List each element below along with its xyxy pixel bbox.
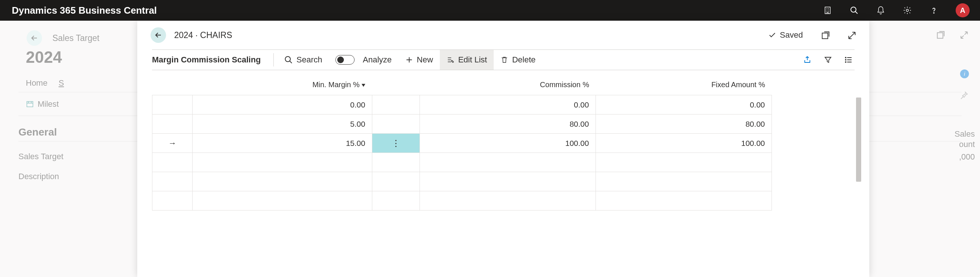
dialog-toolbar: Margin Commission Scaling Search Analyze… [152,50,854,70]
cell-fixed-amount[interactable]: 100.00 [596,134,772,153]
new-button[interactable]: New [398,50,440,70]
delete-label: Delete [512,55,536,65]
search-icon[interactable] [850,6,859,15]
col-fixed-amount[interactable]: Fixed Amount % [596,80,772,95]
dialog-margin-commission-scaling: 2024 · CHAIRS Saved Margin Commission Sc… [137,21,869,277]
table-row-empty[interactable] [153,153,772,172]
back-button-dialog[interactable] [151,27,166,43]
svg-point-2 [906,9,908,11]
popout-icon[interactable] [821,30,829,40]
edit-list-icon [447,56,455,64]
separator [274,53,274,66]
cell-min-margin[interactable]: 5.00 [192,114,372,134]
svg-point-9 [845,59,846,60]
new-label: New [417,55,433,65]
analyze-toggle[interactable]: Analyze [329,50,398,70]
svg-point-10 [845,62,846,62]
toolbar-title: Margin Commission Scaling [152,55,261,65]
bell-icon[interactable] [876,6,886,15]
edit-list-label: Edit List [458,55,487,65]
toggle-icon [336,55,355,65]
search-button[interactable]: Search [277,50,329,70]
plus-icon [405,56,413,64]
cell-commission[interactable]: 80.00 [420,114,596,134]
cell-commission[interactable]: 0.00 [420,95,596,114]
svg-point-1 [851,7,856,12]
cell-min-margin[interactable]: 0.00 [192,95,372,114]
row-selector[interactable] [153,95,192,114]
delete-button[interactable]: Delete [494,50,542,70]
cell-commission[interactable]: 100.00 [420,134,596,153]
help-icon[interactable] [929,6,939,15]
titlebar: Dynamics 365 Business Central A [0,0,980,21]
cell-min-margin[interactable]: 15.00 [192,134,372,153]
dialog-header: 2024 · CHAIRS Saved [137,21,869,50]
dialog-breadcrumb: 2024 · CHAIRS [174,30,232,40]
table-row[interactable]: 5.0080.0080.00 [153,114,772,134]
svg-rect-6 [822,33,827,39]
saved-indicator: Saved [768,30,803,40]
row-menu[interactable]: ⋮ [372,134,420,153]
expand-icon[interactable] [847,30,856,40]
saved-label: Saved [780,30,803,40]
col-commission[interactable]: Commission % [420,80,596,95]
row-menu[interactable] [372,95,420,114]
gear-icon[interactable] [902,6,912,15]
svg-point-8 [845,57,846,58]
cell-fixed-amount[interactable]: 80.00 [596,114,772,134]
app-title: Dynamics 365 Business Central [12,5,157,16]
avatar[interactable]: A [956,3,970,18]
checkmark-icon [768,31,776,39]
table-row-empty[interactable] [153,172,772,191]
list-icon[interactable] [844,55,853,64]
titlebar-actions: A [823,3,970,18]
trash-icon [500,56,508,64]
table-row[interactable]: 0.000.000.00 [153,95,772,114]
scrollbar[interactable] [856,98,861,182]
table-row[interactable]: →15.00⋮100.00100.00 [153,134,772,153]
svg-point-3 [934,13,934,13]
share-icon[interactable] [803,55,812,64]
col-min-margin[interactable]: Min. Margin % [192,80,372,95]
svg-point-7 [285,56,290,62]
row-selector[interactable]: → [153,134,192,153]
row-selector[interactable] [153,114,192,134]
search-icon [284,55,293,64]
search-label: Search [297,55,323,65]
filter-icon[interactable] [824,55,832,64]
edit-list-button[interactable]: Edit List [440,50,494,70]
analyze-label: Analyze [363,55,391,65]
cell-fixed-amount[interactable]: 0.00 [596,95,772,114]
row-menu[interactable] [372,114,420,134]
data-table: Min. Margin % Commission % Fixed Amount … [152,80,854,211]
building-icon[interactable] [823,6,832,15]
content-area: Sales Target 2024 Home S Milest General … [0,21,980,277]
table-row-empty[interactable] [153,191,772,211]
